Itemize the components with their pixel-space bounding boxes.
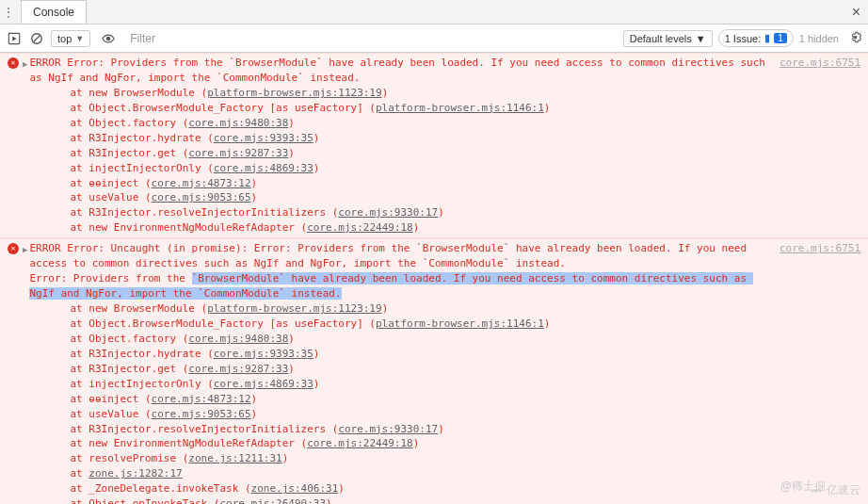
filter-input[interactable]	[126, 28, 618, 49]
stack-frame: at R3Injector.get (core.mjs:9287:33)	[45, 146, 860, 161]
context-label: top	[57, 33, 72, 44]
issues-count-badge: 1	[774, 33, 787, 43]
stack-source-link[interactable]: core.mjs:4869:33	[214, 162, 313, 174]
stack-frame: at Object.BrowserModule_Factory [as useF…	[45, 317, 860, 332]
stack-frame: at Object.factory (core.mjs:9480:38)	[45, 116, 860, 131]
levels-label: Default levels	[630, 33, 692, 44]
stack-source-link[interactable]: core.mjs:22449:18	[307, 221, 413, 234]
play-icon[interactable]	[6, 30, 23, 47]
issues-button[interactable]: 1 Issue: ▮ 1	[718, 29, 794, 47]
stack-frame: at ɵɵinject (core.mjs:4873:12)	[45, 392, 860, 407]
stack-frame: at useValue (core.mjs:9053:65)	[45, 190, 860, 205]
stack-frame: at Object.onInvokeTask (core.mjs:26490:3…	[45, 496, 860, 504]
svg-line-2	[34, 35, 40, 41]
stack-source-link[interactable]: core.mjs:26490:33	[219, 497, 326, 504]
error-source-link[interactable]: core.mjs:6751	[780, 241, 860, 256]
stack-frame: at R3Injector.get (core.mjs:9287:33)	[45, 362, 860, 377]
stack-frame: at new EnvironmentNgModuleRefAdapter (co…	[45, 220, 860, 236]
stack-source-link[interactable]: core.mjs:9393:35	[214, 132, 313, 144]
clear-console-icon[interactable]	[28, 30, 45, 47]
stack-frame: at useValue (core.mjs:9053:65)	[45, 407, 860, 422]
stack-frame: at injectInjectorOnly (core.mjs:4869:33)	[45, 161, 860, 176]
stack-source-link[interactable]: core.mjs:9287:33	[188, 363, 288, 375]
stack-source-link[interactable]: core.mjs:9053:65	[152, 408, 251, 420]
stack-source-link[interactable]: core.mjs:9053:65	[152, 191, 251, 203]
gear-icon[interactable]	[848, 30, 862, 47]
console-toolbar: top ▼ Default levels ▼ 1 Issue: ▮ 1 1 hi…	[0, 24, 868, 53]
stack-trace: at new BrowserModule (platform-browser.m…	[8, 301, 860, 504]
stack-source-link[interactable]: zone.js:1211:31	[188, 452, 281, 464]
filter-input-wrap	[126, 28, 618, 49]
error-text[interactable]: ERROR Error: Uncaught (in promise): Erro…	[29, 241, 771, 301]
stack-frame: at new BrowserModule (platform-browser.m…	[45, 301, 860, 317]
console-error-message: ✕ ▶ ERROR Error: Providers from the `Bro…	[0, 53, 868, 238]
close-icon[interactable]: ×	[852, 4, 860, 21]
context-selector[interactable]: top ▼	[51, 30, 90, 47]
stack-source-link[interactable]: platform-browser.mjs:1123:19	[207, 302, 381, 315]
stack-source-link[interactable]: platform-browser.mjs:1146:1	[376, 317, 544, 330]
error-icon: ✕	[8, 57, 19, 69]
stack-frame: at new EnvironmentNgModuleRefAdapter (co…	[45, 436, 860, 451]
kebab-menu-icon[interactable]: ⋮	[0, 6, 17, 19]
stack-frame: at resolvePromise (zone.js:1211:31)	[45, 451, 860, 466]
stack-source-link[interactable]: core.mjs:9480:38	[188, 333, 288, 345]
stack-source-link[interactable]: core.mjs:4873:12	[152, 393, 251, 405]
stack-frame: at R3Injector.hydrate (core.mjs:9393:35)	[45, 347, 860, 362]
stack-source-link[interactable]: platform-browser.mjs:1123:19	[207, 87, 381, 99]
error-source-link[interactable]: core.mjs:6751	[780, 56, 860, 71]
console-body: ✕ ▶ ERROR Error: Providers from the `Bro…	[0, 53, 868, 504]
chevron-down-icon: ▼	[696, 33, 706, 44]
stack-source-link[interactable]: core.mjs:9393:35	[214, 348, 313, 360]
stack-frame: at R3Injector.resolveInjectorInitializer…	[45, 205, 860, 220]
stack-frame: at zone.js:1282:17	[45, 466, 860, 481]
stack-source-link[interactable]: platform-browser.mjs:1146:1	[376, 102, 544, 114]
stack-source-link[interactable]: core.mjs:4873:12	[152, 177, 251, 189]
stack-source-link[interactable]: core.mjs:22449:18	[307, 437, 413, 449]
log-levels-selector[interactable]: Default levels ▼	[623, 30, 713, 47]
disclosure-triangle[interactable]: ▶	[23, 58, 27, 71]
error-icon: ✕	[8, 243, 19, 254]
stack-frame: at R3Injector.hydrate (core.mjs:9393:35)	[45, 131, 860, 146]
stack-frame: at Object.BrowserModule_Factory [as useF…	[45, 101, 860, 116]
stack-source-link[interactable]: core.mjs:9330:17	[338, 423, 438, 435]
tab-console[interactable]: Console	[21, 0, 87, 24]
stack-source-link[interactable]: core.mjs:9287:33	[188, 147, 288, 159]
hidden-count[interactable]: 1 hidden	[799, 33, 839, 44]
disclosure-triangle[interactable]: ▶	[23, 244, 27, 256]
stack-source-link[interactable]: zone.js:406:31	[251, 482, 339, 495]
stack-frame: at new BrowserModule (platform-browser.m…	[45, 86, 860, 101]
stack-frame: at R3Injector.resolveInjectorInitializer…	[45, 422, 860, 437]
stack-frame: at Object.factory (core.mjs:9480:38)	[45, 332, 860, 347]
stack-frame: at _ZoneDelegate.invokeTask (zone.js:406…	[45, 481, 860, 496]
eye-icon[interactable]	[100, 30, 117, 47]
error-text[interactable]: ERROR Error: Providers from the `Browser…	[29, 56, 771, 86]
stack-source-link[interactable]: zone.js:1282:17	[88, 467, 182, 480]
devtools-tab-bar: ⋮ Console ×	[0, 0, 868, 24]
stack-trace: at new BrowserModule (platform-browser.m…	[8, 86, 860, 236]
stack-frame: at injectInjectorOnly (core.mjs:4869:33)	[45, 377, 860, 392]
stack-source-link[interactable]: core.mjs:9480:38	[188, 117, 288, 129]
issues-label: 1 Issue:	[725, 33, 762, 44]
stack-source-link[interactable]: core.mjs:4869:33	[214, 378, 313, 390]
console-error-message: ✕ ▶ ERROR Error: Uncaught (in promise): …	[0, 238, 868, 504]
stack-source-link[interactable]: core.mjs:9330:17	[338, 206, 438, 219]
issues-chat-icon: ▮	[764, 32, 770, 44]
stack-frame: at ɵɵinject (core.mjs:4873:12)	[45, 176, 860, 191]
svg-point-3	[106, 37, 110, 41]
chevron-down-icon: ▼	[75, 34, 84, 43]
